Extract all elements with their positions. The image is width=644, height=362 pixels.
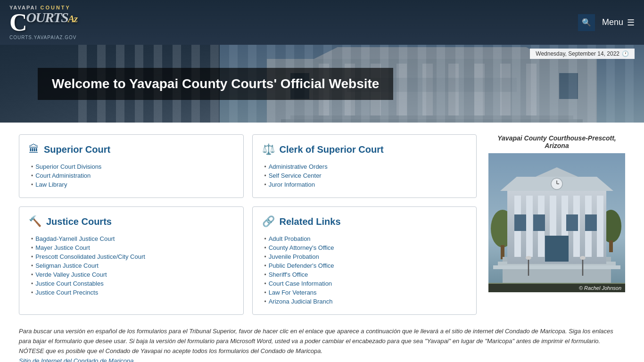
- list-item: Administrative Orders: [264, 162, 467, 171]
- list-item: Court Case Information: [264, 279, 467, 288]
- clerk-title: ⚖️ Clerk of Superior Court: [262, 143, 467, 156]
- date-text: Wednesday, September 14, 2022: [536, 50, 619, 57]
- county-attorney-link[interactable]: County Attorney's Office: [269, 244, 334, 251]
- courthouse-caption: Yavapai County Courthouse-Prescott, Ariz…: [488, 134, 625, 149]
- svg-rect-42: [566, 214, 578, 231]
- svg-rect-11: [526, 64, 537, 123]
- logo-url: COURTS.YAVAPAIAZ.GOV: [9, 35, 76, 40]
- svg-rect-24: [493, 265, 620, 269]
- bagdad-yarnell-link[interactable]: Bagdad-Yarnell Justice Court: [35, 235, 115, 242]
- spanish-text-section: Para buscar una versión en español de lo…: [19, 327, 625, 362]
- svg-point-45: [526, 256, 531, 260]
- link-icon: 🔗: [262, 215, 275, 228]
- hero-title-box: Welcome to Yavapai County Courts' Offici…: [38, 68, 393, 100]
- court-administration-link[interactable]: Court Administration: [35, 172, 91, 179]
- svg-rect-15: [559, 73, 578, 99]
- cards-area: 🏛 Superior Court Superior Court Division…: [19, 134, 477, 315]
- list-item: Bagdad-Yarnell Justice Court: [31, 234, 234, 243]
- scales-icon: ⚖️: [262, 143, 275, 156]
- list-item: County Attorney's Office: [264, 243, 467, 252]
- svg-rect-12: [290, 115, 573, 119]
- related-links-heading-link[interactable]: Related Links: [280, 216, 341, 227]
- self-service-center-link[interactable]: Self Service Center: [269, 172, 322, 179]
- list-item: Juror Information: [264, 180, 467, 189]
- svg-rect-6: [396, 64, 407, 123]
- svg-rect-41: [533, 214, 545, 231]
- arizona-judicial-link[interactable]: Arizona Judicial Branch: [269, 298, 333, 305]
- juror-information-link[interactable]: Juror Information: [269, 181, 315, 188]
- maricopa-link[interactable]: Sitio de Internet del Condado de Maricop…: [19, 357, 134, 362]
- list-item: Seligman Justice Court: [31, 261, 234, 270]
- list-item: Public Defender's Office: [264, 261, 467, 270]
- spanish-paragraph: Para buscar una versión en español de lo…: [19, 327, 625, 356]
- superior-court-divisions-link[interactable]: Superior Court Divisions: [35, 163, 101, 170]
- clerk-superior-court-link[interactable]: Clerk of Superior Court: [280, 144, 384, 155]
- header: YAVAPAI COUNTY COURTSAz COURTS.YAVAPAIAZ…: [0, 0, 644, 45]
- superior-court-title: 🏛 Superior Court: [29, 143, 234, 156]
- nav-right: 🔍 Menu ☰: [578, 14, 635, 31]
- list-item: Prescott Consolidated Justice/City Court: [31, 252, 234, 261]
- svg-rect-10: [500, 64, 511, 123]
- justice-courts-card: 🔨 Justice Courts Bagdad-Yarnell Justice …: [19, 206, 244, 315]
- svg-rect-29: [526, 196, 533, 257]
- justice-court-precincts-link[interactable]: Justice Court Precincts: [35, 289, 98, 296]
- adult-probation-link[interactable]: Adult Probation: [269, 235, 311, 242]
- clerk-links: Administrative Orders Self Service Cente…: [262, 162, 467, 189]
- prescott-consolidated-link[interactable]: Prescott Consolidated Justice/City Court: [35, 253, 145, 260]
- hero-banner: Wednesday, September 14, 2022 🕐 Welcome …: [0, 45, 644, 123]
- list-item: Mayer Justice Court: [31, 243, 234, 252]
- svg-rect-9: [474, 64, 485, 123]
- justice-courts-title: 🔨 Justice Courts: [29, 215, 234, 228]
- bank-icon: 🏛: [29, 143, 39, 156]
- date-badge: Wednesday, September 14, 2022 🕐: [530, 49, 635, 59]
- list-item: Law For Veterans: [264, 288, 467, 297]
- menu-icon: ☰: [627, 17, 635, 28]
- list-item: Juvenile Probation: [264, 252, 467, 261]
- list-item: Arizona Judicial Branch: [264, 297, 467, 306]
- verde-valley-link[interactable]: Verde Valley Justice Court: [35, 271, 107, 278]
- law-library-link[interactable]: Law Library: [35, 181, 67, 188]
- svg-rect-21: [609, 240, 613, 252]
- list-item: Justice Court Constables: [31, 279, 234, 288]
- search-icon: 🔍: [582, 18, 591, 27]
- superior-court-link[interactable]: Superior Court: [44, 144, 110, 155]
- search-button[interactable]: 🔍: [578, 14, 595, 31]
- justice-courts-links: Bagdad-Yarnell Justice Court Mayer Justi…: [29, 234, 234, 297]
- sidebar: Yavapai County Courthouse-Prescott, Ariz…: [488, 134, 625, 315]
- svg-rect-35: [597, 196, 603, 257]
- related-links-list: Adult Probation County Attorney's Office…: [262, 234, 467, 306]
- svg-point-47: [580, 256, 586, 260]
- list-item: Law Library: [31, 180, 234, 189]
- administrative-orders-link[interactable]: Administrative Orders: [269, 163, 328, 170]
- svg-rect-43: [585, 214, 597, 231]
- related-links-card: 🔗 Related Links Adult Probation County A…: [252, 206, 477, 315]
- list-item: Sheriff's Office: [264, 270, 467, 279]
- list-item: Justice Court Precincts: [31, 288, 234, 297]
- svg-rect-8: [448, 64, 459, 123]
- menu-button[interactable]: Menu ☰: [602, 17, 635, 28]
- logo-area: YAVAPAI COUNTY COURTSAz COURTS.YAVAPAIAZ…: [9, 5, 77, 40]
- justice-courts-link[interactable]: Justice Courts: [46, 216, 112, 227]
- superior-court-card: 🏛 Superior Court Superior Court Division…: [19, 134, 244, 198]
- logo: YAVAPAI COUNTY COURTSAz COURTS.YAVAPAIAZ…: [9, 5, 77, 40]
- photo-credit: © Rachel Johnson: [488, 284, 625, 292]
- clerk-superior-court-card: ⚖️ Clerk of Superior Court Administrativ…: [252, 134, 477, 198]
- courthouse-image: © Rachel Johnson: [488, 153, 625, 292]
- clock-icon: 🕐: [622, 50, 629, 57]
- svg-rect-7: [422, 64, 433, 123]
- juvenile-probation-link[interactable]: Juvenile Probation: [269, 253, 319, 260]
- law-for-veterans-link[interactable]: Law For Veterans: [269, 289, 317, 296]
- menu-label: Menu: [602, 17, 623, 27]
- svg-rect-40: [514, 214, 526, 231]
- main-content: 🏛 Superior Court Superior Court Division…: [0, 123, 644, 362]
- sheriffs-office-link[interactable]: Sheriff's Office: [269, 271, 308, 278]
- hammer-icon: 🔨: [29, 215, 41, 228]
- svg-rect-13: [281, 119, 583, 123]
- mayer-justice-link[interactable]: Mayer Justice Court: [35, 244, 90, 251]
- seligman-justice-link[interactable]: Seligman Justice Court: [35, 262, 99, 269]
- court-case-information-link[interactable]: Court Case Information: [269, 280, 332, 287]
- public-defender-link[interactable]: Public Defender's Office: [269, 262, 334, 269]
- logo-az: Az: [68, 13, 77, 25]
- list-item: Adult Probation: [264, 234, 467, 243]
- justice-court-constables-link[interactable]: Justice Court Constables: [35, 280, 104, 287]
